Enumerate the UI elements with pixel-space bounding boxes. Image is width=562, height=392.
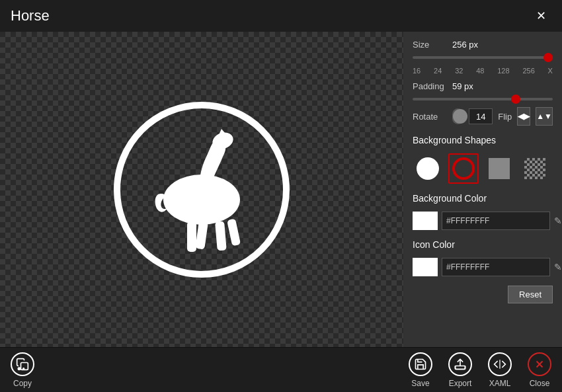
rotate-input[interactable] (469, 108, 493, 124)
icon-color-title: Icon Color (413, 239, 553, 250)
xaml-label: XAML (489, 379, 511, 388)
circle-shape (417, 157, 439, 180)
circle-outline-shape (452, 157, 475, 180)
bg-color-input[interactable] (442, 212, 550, 230)
flip-vertical-button[interactable]: ▲▼ (536, 107, 553, 126)
toolbar-right: Save Export XAML (409, 352, 551, 388)
size-slider[interactable] (413, 56, 553, 59)
svg-point-10 (22, 368, 24, 370)
rotate-label: Rotate (413, 112, 447, 122)
save-label: Save (411, 379, 429, 388)
save-icon (409, 352, 432, 376)
title-bar: Horse ✕ (0, 0, 562, 32)
svg-rect-7 (227, 218, 241, 246)
rotate-toggle[interactable] (452, 108, 463, 124)
xaml-button[interactable]: XAML (488, 352, 512, 388)
xaml-icon (488, 352, 512, 376)
preview-area (0, 32, 403, 347)
rotate-row: Rotate Flip ◀▶ ▲▼ (413, 107, 553, 126)
copy-button[interactable]: Copy (11, 352, 34, 388)
shape-circle-button[interactable] (413, 153, 443, 184)
shape-square-button[interactable] (484, 153, 514, 184)
square-shape (489, 158, 510, 179)
svg-rect-4 (187, 221, 196, 252)
copy-icon (11, 352, 34, 376)
window-close-button[interactable]: ✕ (530, 5, 551, 26)
bottom-toolbar: Copy Save Export (0, 347, 562, 392)
right-panel: Size 256 px 16 24 32 48 128 256 X Paddin… (403, 32, 562, 347)
reset-button[interactable]: Reset (508, 286, 553, 303)
export-button[interactable]: Export (448, 352, 472, 388)
flip-horizontal-button[interactable]: ◀▶ (517, 107, 530, 126)
size-value: 256 px (452, 40, 478, 50)
padding-row: Padding 59 px (413, 81, 553, 91)
svg-rect-6 (215, 221, 227, 251)
icon-color-edit-icon[interactable]: ✎ (554, 259, 562, 275)
svg-point-9 (18, 367, 21, 370)
bg-color-edit-icon[interactable]: ✎ (554, 213, 562, 229)
close-icon (528, 352, 551, 376)
padding-slider[interactable] (413, 98, 553, 100)
export-label: Export (449, 379, 472, 388)
main-content: Size 256 px 16 24 32 48 128 256 X Paddin… (0, 32, 562, 347)
shape-circle-outline-button[interactable] (448, 153, 479, 184)
toolbar-left: Copy (11, 352, 34, 388)
icon-color-swatch[interactable] (413, 258, 438, 276)
copy-label: Copy (13, 379, 32, 388)
bg-color-row: ✎ (413, 212, 553, 230)
close-label: Close (530, 379, 550, 388)
bg-color-title: Background Color (413, 193, 553, 204)
size-ticks: 16 24 32 48 128 256 X (413, 67, 553, 75)
close-button[interactable]: Close (528, 352, 551, 388)
rotate-knob (453, 109, 467, 124)
size-label: Size (413, 40, 447, 50)
shapes-row (413, 153, 553, 184)
export-icon (448, 352, 472, 376)
icon-color-input[interactable] (442, 258, 550, 276)
shape-checker-button[interactable] (520, 153, 550, 184)
checker-shape (524, 158, 545, 179)
padding-label: Padding (413, 81, 447, 91)
horse-preview (109, 97, 294, 282)
padding-value: 59 px (452, 81, 473, 91)
flip-label: Flip (498, 112, 512, 122)
svg-rect-12 (456, 366, 465, 369)
size-row: Size 256 px (413, 40, 553, 50)
svg-rect-5 (195, 221, 208, 250)
save-button[interactable]: Save (409, 352, 432, 388)
page-title: Horse (11, 7, 50, 24)
icon-color-row: ✎ (413, 258, 553, 276)
bg-color-swatch[interactable] (413, 212, 438, 230)
background-shapes-title: Background Shapes (413, 135, 553, 145)
